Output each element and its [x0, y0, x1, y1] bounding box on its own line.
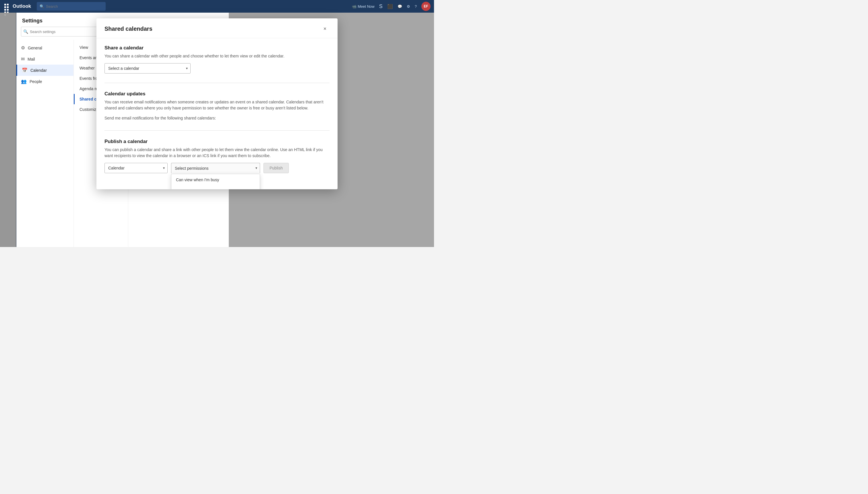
modal-header: Shared calendars ×	[96, 18, 338, 38]
permissions-placeholder: Select permissions	[175, 166, 209, 171]
calendar-updates-notification-label: Send me email notifications for the foll…	[104, 115, 330, 121]
avatar[interactable]: EF	[421, 2, 431, 11]
permission-option-busy[interactable]: Can view when I'm busy	[171, 174, 260, 186]
publish-calendar-section: Publish a calendar You can publish a cal…	[104, 139, 330, 173]
modal-close-button[interactable]: ×	[320, 24, 330, 33]
share-calendar-title: Share a calendar	[104, 45, 330, 51]
share-calendar-chevron: ▾	[186, 66, 188, 70]
permissions-select[interactable]: Select permissions ▾	[171, 163, 260, 173]
calendar-updates-title: Calendar updates	[104, 91, 330, 97]
gear-icon: ⚙	[407, 4, 410, 8]
calendar-updates-section: Calendar updates You can receive email n…	[104, 91, 330, 121]
video-icon: 📹	[352, 4, 356, 8]
share-calendar-desc: You can share a calendar with other peop…	[104, 53, 330, 59]
publish-calendar-select[interactable]: Calendar ▾	[104, 163, 167, 173]
top-bar: Outlook 🔍 📹 Meet Now S ⬛ 💬 ⚙ ?	[0, 0, 434, 13]
divider-2	[104, 130, 330, 131]
waffle-menu[interactable]	[3, 3, 10, 10]
shared-calendars-modal: Shared calendars × Share a calendar You …	[96, 18, 338, 189]
publish-calendar-select-wrapper: Calendar ▾	[104, 163, 167, 173]
search-bar[interactable]: 🔍	[37, 2, 106, 11]
search-input[interactable]	[46, 4, 103, 8]
app-logo: Outlook	[13, 3, 31, 9]
meet-now-button[interactable]: 📹 Meet Now	[352, 4, 375, 8]
publish-row: Calendar ▾ Select permissions ▾ Can	[104, 163, 330, 173]
modal-title: Shared calendars	[104, 25, 153, 32]
share-calendar-select-placeholder: Select a calendar	[108, 66, 139, 71]
permissions-select-wrapper: Select permissions ▾ Can view when I'm b…	[171, 163, 260, 173]
share-calendar-select-wrapper: Select a calendar ▾	[104, 63, 191, 74]
feedback-icon: 💬	[397, 4, 402, 8]
top-bar-right: 📹 Meet Now S ⬛ 💬 ⚙ ? EF	[352, 2, 431, 11]
skype-button[interactable]: S	[379, 3, 382, 10]
dict-button[interactable]: ⬛	[387, 4, 393, 9]
calendar-updates-desc: You can receive email notifications when…	[104, 99, 330, 111]
publish-calendar-title: Publish a calendar	[104, 139, 330, 145]
divider-1	[104, 83, 330, 83]
share-calendar-section: Share a calendar You can share a calenda…	[104, 45, 330, 74]
feedback-button[interactable]: 💬	[397, 4, 402, 8]
help-icon: ?	[415, 4, 417, 8]
help-button[interactable]: ?	[415, 4, 417, 8]
settings-button[interactable]: ⚙	[407, 4, 410, 8]
search-icon: 🔍	[40, 4, 44, 8]
permissions-chevron: ▾	[255, 166, 257, 170]
publish-calendar-desc: You can publish a calendar and share a l…	[104, 147, 330, 159]
skype-icon: S	[379, 3, 382, 10]
modal-body: Share a calendar You can share a calenda…	[96, 38, 338, 189]
permissions-dropdown: Can view when I'm busy Can view all deta…	[171, 174, 260, 189]
share-calendar-select[interactable]: Select a calendar ▾	[104, 63, 191, 74]
dict-icon: ⬛	[387, 4, 393, 9]
modal-overlay: Shared calendars × Share a calendar You …	[0, 13, 434, 247]
publish-calendar-value: Calendar	[108, 166, 124, 170]
publish-calendar-chevron: ▾	[163, 166, 165, 170]
publish-button[interactable]: Publish	[263, 163, 289, 173]
app-background: Outlook 🔍 📹 Meet Now S ⬛ 💬 ⚙ ?	[0, 0, 434, 247]
permission-option-details[interactable]: Can view all details	[171, 186, 260, 189]
